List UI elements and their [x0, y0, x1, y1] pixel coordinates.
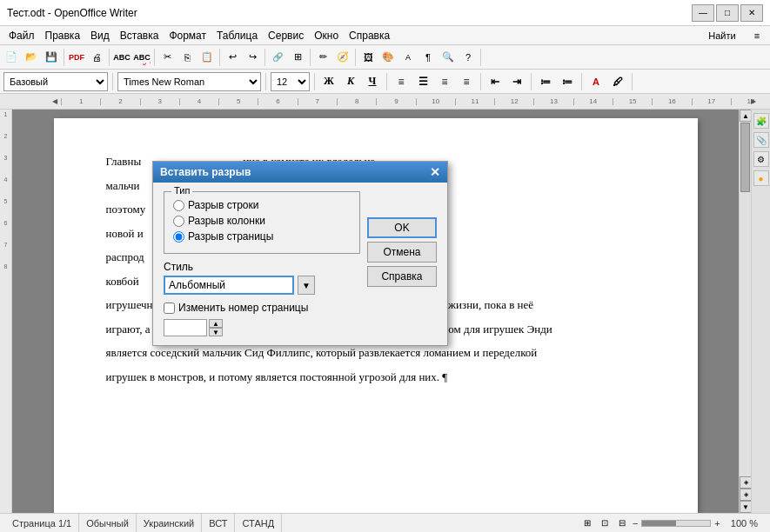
zoom-in-button[interactable]: 🔍: [439, 48, 458, 67]
underline-button[interactable]: Ч: [363, 72, 382, 91]
dialog-close-button[interactable]: ✕: [430, 165, 440, 179]
indent-right-button[interactable]: ⇥: [507, 72, 526, 91]
find-button[interactable]: Найти: [700, 26, 744, 45]
numbering-button[interactable]: ≔: [536, 72, 555, 91]
char-button[interactable]: ¶: [418, 48, 438, 67]
ok-button[interactable]: OK: [367, 217, 437, 238]
spin-down-button[interactable]: ▼: [209, 328, 223, 336]
highlight-button[interactable]: 🖊: [608, 72, 627, 91]
align-left-button[interactable]: ≡: [392, 72, 411, 91]
style-status: Обычный: [79, 514, 137, 532]
menu-format[interactable]: Формат: [164, 28, 211, 43]
page-status: Страница 1/1: [5, 514, 79, 532]
paste-button[interactable]: 📋: [198, 48, 217, 67]
cut-button[interactable]: ✂: [157, 48, 177, 67]
column-break-radio[interactable]: [173, 216, 184, 227]
style-input[interactable]: [164, 276, 294, 295]
hyperlink-button[interactable]: 🔗: [268, 48, 287, 67]
menu-edit[interactable]: Правка: [40, 28, 86, 43]
font-color-btn[interactable]: A: [586, 72, 606, 91]
style-section: Стиль ▼: [164, 261, 360, 295]
window-title: Тест.odt - OpenOffice Writer: [7, 7, 137, 19]
checkbox-row: Изменить номер страницы: [164, 302, 360, 314]
scroll-track[interactable]: [740, 122, 751, 476]
redo-button[interactable]: ↪: [243, 48, 262, 67]
font-color-button[interactable]: A: [398, 48, 418, 67]
open-button[interactable]: 📂: [22, 48, 41, 67]
font-selector[interactable]: Times New Roman: [117, 72, 261, 91]
menu-help[interactable]: Справка: [344, 28, 395, 43]
scroll-up-button[interactable]: ▲: [740, 110, 752, 122]
bullets-button[interactable]: ≔: [558, 72, 577, 91]
help-button[interactable]: Справка: [367, 266, 437, 287]
type-group-label: Тип: [171, 185, 192, 196]
dialog-titlebar: Вставить разрыв ✕: [153, 162, 447, 183]
drawing-button[interactable]: ✏: [313, 48, 332, 67]
sidebar-toggle[interactable]: ≡: [747, 26, 767, 45]
menu-view[interactable]: Вид: [85, 28, 115, 43]
auto-spell-button[interactable]: ABC: [132, 48, 151, 67]
menu-insert[interactable]: Вставка: [115, 28, 164, 43]
page-number-input[interactable]: [164, 319, 207, 336]
align-justify-button[interactable]: ≡: [457, 72, 476, 91]
separator-1: [64, 49, 64, 66]
zoom-in-btn[interactable]: +: [714, 518, 720, 529]
copy-button[interactable]: ⎘: [177, 48, 197, 67]
insert-mode-status[interactable]: ВСТ: [202, 514, 235, 532]
close-button[interactable]: ✕: [740, 4, 763, 22]
left-ruler: 1 2 3 4 5 6 7 8: [0, 110, 12, 513]
bold-button[interactable]: Ж: [319, 72, 338, 91]
italic-button[interactable]: К: [341, 72, 360, 91]
image-button[interactable]: 🖼: [358, 48, 378, 67]
status-icon-2[interactable]: ⊡: [598, 516, 612, 530]
fmt-separator-7: [581, 73, 582, 90]
spin-up-button[interactable]: ▲: [209, 319, 223, 328]
scroll-down-button[interactable]: ▼: [740, 501, 752, 513]
new-button[interactable]: 📄: [2, 48, 21, 67]
help-button[interactable]: ?: [459, 48, 478, 67]
save-button[interactable]: 💾: [42, 48, 61, 67]
menu-file[interactable]: Файл: [3, 28, 40, 43]
fmt-separator-4: [386, 73, 387, 90]
style-dropdown-button[interactable]: ▼: [298, 276, 315, 295]
minimize-button[interactable]: —: [692, 4, 714, 22]
table-button[interactable]: ⊞: [288, 48, 307, 67]
style-section-label: Стиль: [164, 261, 360, 273]
language-status: Украинский: [137, 514, 202, 532]
indent-left-button[interactable]: ⇤: [485, 72, 505, 91]
page-break-radio[interactable]: [173, 231, 184, 243]
menu-table[interactable]: Таблица: [211, 28, 263, 43]
align-center-button[interactable]: ☰: [413, 72, 432, 91]
cancel-button[interactable]: Отмена: [367, 242, 437, 263]
align-right-button[interactable]: ≡: [435, 72, 454, 91]
fmt-separator-3: [314, 73, 315, 90]
status-icon-1[interactable]: ⊞: [580, 516, 594, 530]
gallery-button[interactable]: 🎨: [378, 48, 398, 67]
zoom-slider[interactable]: [641, 520, 711, 527]
separator-5: [264, 49, 265, 66]
undo-button[interactable]: ↩: [223, 48, 242, 67]
change-page-number-checkbox[interactable]: [164, 303, 175, 314]
print-button[interactable]: 🖨: [87, 48, 106, 67]
pdf-button[interactable]: PDF: [67, 48, 86, 67]
menu-window[interactable]: Окно: [309, 28, 344, 43]
maximize-button[interactable]: □: [716, 4, 739, 22]
scroll-thumb[interactable]: [740, 123, 750, 192]
radio-row-1: Разрыв строки: [173, 199, 351, 211]
spell-check-button[interactable]: ABC: [112, 48, 131, 67]
size-selector[interactable]: 12: [271, 72, 310, 91]
sidebar-icon-2[interactable]: 📎: [753, 132, 769, 148]
scroll-page-down[interactable]: ◈: [740, 489, 752, 501]
doc-paragraph-9: является соседский мальчик Сид Филлипс, …: [106, 344, 646, 362]
scroll-page-up[interactable]: ◈: [740, 476, 752, 489]
nav-button[interactable]: 🧭: [333, 48, 352, 67]
status-icon-3[interactable]: ⊟: [615, 516, 629, 530]
zoom-out-button[interactable]: −: [633, 518, 638, 529]
menu-tools[interactable]: Сервис: [263, 28, 309, 43]
standard-mode-status[interactable]: СТАНД: [235, 514, 282, 532]
style-selector[interactable]: Базовый: [3, 72, 108, 91]
sidebar-icon-3[interactable]: ⚙: [753, 151, 769, 167]
sidebar-icon-4[interactable]: ●: [753, 170, 769, 186]
sidebar-icon-1[interactable]: 🧩: [753, 113, 769, 129]
line-break-radio[interactable]: [173, 200, 184, 211]
